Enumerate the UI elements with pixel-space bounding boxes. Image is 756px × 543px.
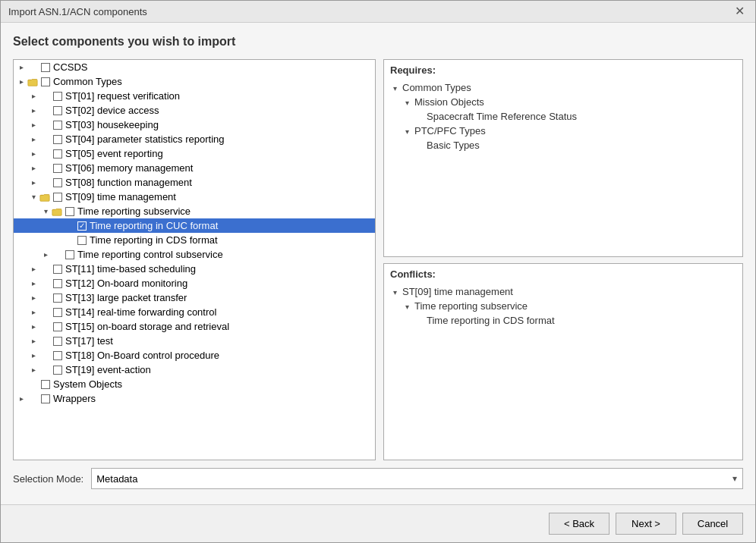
rtree-label-r-spacecraft-time: Spacecraft Time Reference Status: [427, 111, 577, 122]
tree-label-st03: ST[03] housekeeping: [65, 119, 159, 130]
tree-label-system-objects: System Objects: [53, 378, 122, 390]
selection-mode-dropdown[interactable]: MetadataFullMinimal: [91, 468, 743, 489]
expand-arrow-st06: [29, 164, 38, 173]
checkbox-time-rep-sub[interactable]: [65, 207, 74, 216]
tree-item-st17[interactable]: ST[17] test: [14, 334, 375, 348]
tree-item-common-types[interactable]: Common Types: [14, 74, 375, 89]
rtree-label-r-ptcpfc: PTC/PFC Types: [414, 125, 486, 137]
tree-label-time-rep-cuc: Time reporting in CUC format: [90, 220, 218, 231]
checkbox-st09[interactable]: [53, 193, 62, 202]
tree-item-st09[interactable]: ST[09] time management: [14, 190, 375, 204]
tree-item-st04[interactable]: ST[04] parameter statistics reporting: [14, 132, 375, 146]
tree-item-st12[interactable]: ST[12] On-board monitoring: [14, 276, 375, 290]
checkbox-wrappers[interactable]: [41, 394, 50, 403]
checkbox-st13[interactable]: [53, 293, 62, 303]
tree-label-st14: ST[14] real-time forwarding control: [65, 306, 216, 318]
checkbox-time-rep-ctrl[interactable]: [65, 250, 74, 259]
tree-item-st13[interactable]: ST[13] large packet transfer: [14, 290, 375, 305]
next-button[interactable]: Next >: [616, 513, 676, 535]
tree-item-wrappers[interactable]: Wrappers: [14, 391, 375, 406]
selection-mode-area: Selection Mode: MetadataFullMinimal: [13, 460, 743, 492]
checkbox-st08[interactable]: [53, 178, 62, 187]
component-tree[interactable]: CCSDSCommon TypesST[01] request verifica…: [13, 59, 376, 460]
tree-label-st19: ST[19] event-action: [65, 364, 151, 375]
tree-item-time-rep-cuc[interactable]: Time reporting in CUC format: [14, 218, 375, 233]
rtree-label-r-mission-objects: Mission Objects: [414, 96, 484, 108]
tree-item-time-rep-sub[interactable]: Time reporting subservice: [14, 204, 375, 218]
tree-label-st01: ST[01] request verification: [65, 90, 180, 102]
tree-label-time-rep-cds: Time reporting in CDS format: [90, 234, 218, 246]
checkbox-st06[interactable]: [53, 164, 62, 173]
checkbox-st18[interactable]: [53, 351, 62, 360]
checkbox-common-types[interactable]: [41, 77, 50, 86]
expand-arrow-time-rep-sub: [41, 207, 50, 216]
checkbox-ccsds[interactable]: [41, 63, 50, 72]
back-button[interactable]: < Back: [549, 513, 610, 535]
expand-arrow-st18: [29, 351, 38, 360]
dialog-body: Select components you wish to import CCS…: [1, 23, 755, 504]
tree-item-st01[interactable]: ST[01] request verification: [14, 89, 375, 103]
expand-arrow-st05: [29, 149, 38, 159]
rtree-label-r-basic-types: Basic Types: [427, 140, 480, 151]
close-button[interactable]: ✕: [732, 5, 748, 17]
tree-item-ccsds[interactable]: CCSDS: [14, 60, 375, 74]
rtree-expand-c-time-rep-sub: [405, 303, 414, 311]
rtree-label-r-common-types: Common Types: [402, 82, 471, 93]
expand-arrow-st12: [29, 279, 38, 288]
expand-arrow-st09: [29, 193, 38, 202]
tree-label-st15: ST[15] on-board storage and retrieval: [65, 321, 229, 332]
rtree-item-r-basic-types: Basic Types: [390, 138, 736, 152]
checkbox-st03[interactable]: [53, 121, 62, 130]
tree-label-st02: ST[02] device access: [65, 105, 159, 116]
tree-item-time-rep-ctrl[interactable]: Time reporting control subservice: [14, 247, 375, 262]
tree-item-time-rep-cds[interactable]: Time reporting in CDS format: [14, 233, 375, 247]
tree-item-st19[interactable]: ST[19] event-action: [14, 363, 375, 377]
tree-item-st02[interactable]: ST[02] device access: [14, 103, 375, 118]
right-panel: Requires: Common TypesMission ObjectsSpa…: [383, 59, 743, 460]
folder-icon-common-types: [27, 77, 38, 87]
checkbox-st19[interactable]: [53, 366, 62, 375]
checkbox-st11[interactable]: [53, 265, 62, 274]
checkbox-time-rep-cuc[interactable]: [77, 221, 87, 231]
expand-arrow-st15: [29, 322, 38, 331]
dialog: Import ASN.1/ACN components ✕ Select com…: [0, 0, 756, 543]
checkbox-st12[interactable]: [53, 279, 62, 288]
tree-item-st05[interactable]: ST[05] event reporting: [14, 146, 375, 161]
tree-item-st03[interactable]: ST[03] housekeeping: [14, 118, 375, 132]
rtree-item-r-common-types: Common Types: [390, 80, 736, 95]
tree-label-st18: ST[18] On-Board control procedure: [65, 350, 219, 361]
tree-item-st18[interactable]: ST[18] On-Board control procedure: [14, 348, 375, 363]
cancel-button[interactable]: Cancel: [682, 513, 743, 535]
expand-arrow-time-rep-ctrl: [41, 250, 50, 259]
tree-item-system-objects[interactable]: System Objects: [14, 377, 375, 391]
tree-item-st06[interactable]: ST[06] memory management: [14, 161, 375, 175]
checkbox-st14[interactable]: [53, 308, 62, 317]
tree-item-st11[interactable]: ST[11] time-based scheduling: [14, 262, 375, 276]
rtree-expand-c-st09: [393, 288, 402, 297]
rtree-label-c-time-rep-sub: Time reporting subservice: [414, 300, 528, 312]
checkbox-st17[interactable]: [53, 337, 62, 346]
tree-label-time-rep-ctrl: Time reporting control subservice: [77, 249, 223, 260]
checkbox-st02[interactable]: [53, 106, 62, 115]
rtree-item-c-time-rep-cds: Time reporting in CDS format: [390, 313, 736, 328]
requires-section: Requires: Common TypesMission ObjectsSpa…: [383, 59, 743, 257]
expand-arrow-st11: [29, 265, 38, 274]
checkbox-time-rep-cds[interactable]: [77, 236, 87, 245]
expand-arrow-ccsds: [17, 63, 26, 72]
expand-arrow-st02: [29, 106, 38, 115]
expand-arrow-st08: [29, 178, 38, 187]
rtree-item-c-st09: ST[09] time management: [390, 284, 736, 299]
tree-label-st05: ST[05] event reporting: [65, 148, 163, 159]
expand-arrow-st01: [29, 92, 38, 101]
tree-item-st14[interactable]: ST[14] real-time forwarding control: [14, 305, 375, 319]
tree-item-st15[interactable]: ST[15] on-board storage and retrieval: [14, 319, 375, 334]
tree-item-st08[interactable]: ST[08] function management: [14, 175, 375, 190]
folder-icon-st09: [39, 192, 50, 202]
checkbox-st15[interactable]: [53, 322, 62, 331]
checkbox-st04[interactable]: [53, 135, 62, 144]
checkbox-system-objects[interactable]: [41, 380, 50, 389]
checkbox-st01[interactable]: [53, 92, 62, 101]
checkbox-st05[interactable]: [53, 149, 62, 159]
svg-rect-0: [28, 80, 37, 86]
dialog-title: Import ASN.1/ACN components: [8, 6, 147, 17]
